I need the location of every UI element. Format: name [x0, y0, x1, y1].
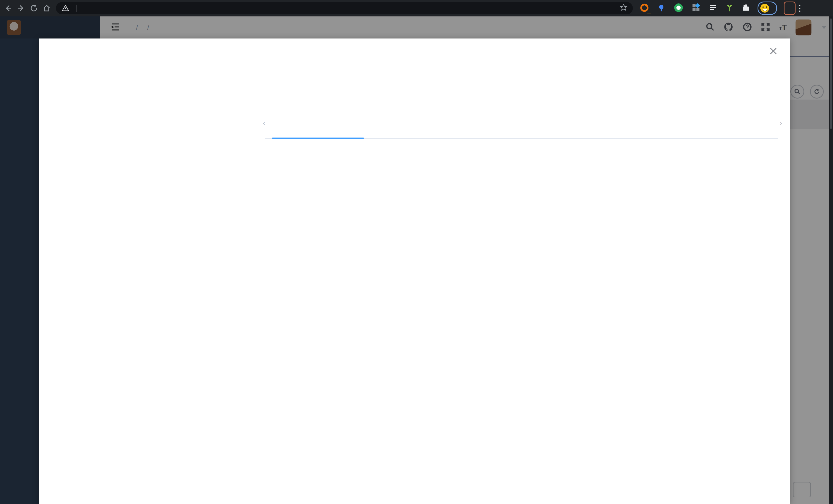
code-preview-dialog: ‹ ›: [39, 39, 790, 504]
browser-update-button[interactable]: [784, 2, 795, 15]
page-scrollbar[interactable]: [829, 17, 833, 504]
code-viewer[interactable]: [266, 151, 779, 500]
extension-sprout-icon[interactable]: [725, 3, 734, 13]
browser-chrome: [0, 0, 833, 17]
file-tree: [50, 81, 263, 502]
tabs-scroll-right-icon[interactable]: ›: [780, 119, 782, 127]
tabs-active-indicator: [272, 138, 364, 139]
extensions-puzzle-icon[interactable]: [742, 3, 751, 13]
back-icon[interactable]: [4, 4, 13, 13]
paused-extension-chip[interactable]: [758, 2, 777, 15]
extension-grid-icon[interactable]: [691, 3, 700, 13]
emoji-face-icon: [760, 4, 769, 13]
close-icon[interactable]: [769, 47, 778, 56]
reload-icon[interactable]: [29, 4, 39, 13]
warning-icon[interactable]: [62, 4, 69, 12]
extension-badge: [647, 14, 651, 14]
extension-ublock-icon[interactable]: [640, 3, 649, 13]
file-tabs: ‹ ›: [265, 116, 778, 140]
extension-list-icon[interactable]: [708, 4, 717, 13]
scrollbar-thumb[interactable]: [830, 19, 832, 129]
extension-green-icon[interactable]: [673, 3, 684, 14]
extensions-row: [640, 3, 751, 14]
forward-icon[interactable]: [17, 4, 26, 13]
extension-pin-icon[interactable]: [657, 3, 666, 13]
bookmark-star-icon[interactable]: [619, 3, 628, 13]
tabs-scroll-left-icon[interactable]: ‹: [263, 119, 265, 127]
omnibox-divider: [76, 5, 76, 12]
browser-menu-icon[interactable]: [799, 5, 801, 12]
url-bar[interactable]: [56, 2, 633, 15]
extension-on-badge: [717, 14, 719, 15]
home-icon[interactable]: [42, 4, 51, 13]
